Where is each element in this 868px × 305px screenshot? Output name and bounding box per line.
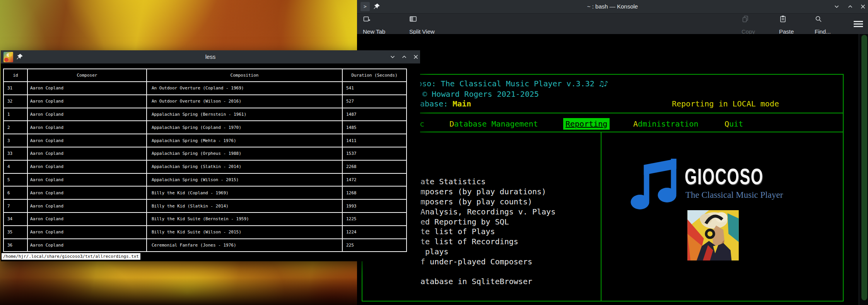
- new-tab-icon: [363, 15, 371, 23]
- cell-duration: 1993: [342, 199, 407, 212]
- less-titlebar[interactable]: less: [1, 50, 420, 63]
- table-row: 31 Aaron Copland An Outdoor Overture (Co…: [3, 82, 407, 95]
- cell-duration: 1537: [342, 147, 407, 160]
- less-status-bar: /home/hjr/.local/share/giocoso3/txt/allr…: [1, 253, 420, 261]
- giocoso-copyright-line: © Howard Rogers 2021-2025: [422, 89, 539, 99]
- close-icon[interactable]: [859, 3, 866, 10]
- paste-button[interactable]: Paste: [779, 14, 794, 34]
- cell-composition: Appalachian Spring (Wilson - 2015): [147, 173, 342, 187]
- cell-id: 4: [3, 160, 27, 173]
- cell-id: 31: [3, 82, 27, 95]
- recordings-table: id Composer Composition Duration (Second…: [3, 69, 407, 252]
- reporting-menu-line: f under-played Composers: [420, 257, 555, 267]
- reporting-menu-line: mposers (by play counts): [420, 197, 555, 207]
- cell-duration: 1225: [342, 212, 407, 226]
- hamburger-menu-icon[interactable]: [853, 20, 863, 28]
- reporting-menu-line: plays: [420, 247, 555, 257]
- konsole-window: > ~ : bash — Konsole New: [357, 0, 868, 305]
- table-header-row: id Composer Composition Duration (Second…: [3, 69, 407, 82]
- cell-duration: 1487: [342, 108, 407, 121]
- reporting-menu-line: [420, 267, 555, 277]
- cell-composer: Aaron Copland: [27, 108, 147, 121]
- konsole-titlebar[interactable]: > ~ : bash — Konsole: [357, 0, 868, 14]
- cell-composition: Billy the Kid Suite (Bernstein - 1959): [147, 212, 342, 226]
- cell-composer: Aaron Copland: [27, 199, 147, 212]
- terminal-viewport[interactable]: ♫♪ Giocoso: The Classical Music Player v…: [357, 34, 859, 305]
- table-row: 36 Aaron Copland Ceremonial Fanfare (Jon…: [3, 239, 407, 252]
- table-row: 3 Aaron Copland Appalachian Spring (Meht…: [3, 134, 407, 147]
- cell-composition: Ceremonial Fanfare (Jones - 1976): [147, 239, 342, 252]
- database-value: Main: [453, 99, 471, 108]
- column-header-composition: Composition: [147, 69, 342, 82]
- maximize-icon[interactable]: [401, 53, 408, 60]
- reporting-menu-line: te list of Recordings: [420, 237, 555, 247]
- table-row: 2 Aaron Copland Appalachian Spring (Copl…: [3, 121, 407, 134]
- table-row: 7 Aaron Copland Billy the Kid (Slatkin -…: [3, 199, 407, 212]
- frame-separator: [362, 113, 844, 113]
- beethoven-popart-image: [687, 210, 739, 260]
- cell-composer: Aaron Copland: [27, 173, 147, 187]
- cell-duration: 527: [342, 95, 407, 108]
- close-icon[interactable]: [412, 53, 419, 60]
- cell-composition: Appalachian Spring (Orpheus - 1988): [147, 147, 342, 160]
- cell-composition: Appalachian Spring (Copland - 1970): [147, 121, 342, 134]
- split-view-button[interactable]: Split View: [409, 14, 435, 34]
- giocoso-tagline: The Classical Music Player: [685, 190, 783, 200]
- database-label: abase:: [420, 99, 448, 108]
- giocoso-wordmark: GIOCOSO: [685, 163, 764, 189]
- menu-item-administration[interactable]: Administration: [633, 119, 699, 129]
- find-button[interactable]: Find...: [815, 14, 831, 34]
- cell-composer: Aaron Copland: [27, 160, 147, 173]
- minimize-icon[interactable]: [833, 3, 840, 10]
- cell-id: 5: [3, 173, 27, 187]
- menu-item-play-music[interactable]: c: [420, 119, 424, 129]
- maximize-icon[interactable]: [847, 3, 854, 10]
- cell-composer: Aaron Copland: [27, 186, 147, 199]
- cell-duration: 2268: [342, 160, 407, 173]
- search-icon: [815, 15, 822, 23]
- cell-id: 2: [3, 121, 27, 134]
- reporting-menu-list: ate Statisticsmposers (by play durations…: [420, 147, 555, 287]
- menu-item-reporting-selected[interactable]: Reporting: [563, 118, 610, 130]
- menu-item-quit[interactable]: Quit: [724, 119, 743, 129]
- table-row: 6 Aaron Copland Billy the Kid (Copland -…: [3, 186, 407, 199]
- reporting-menu-line: mposers (by play durations): [420, 187, 555, 197]
- cell-composition: Appalachian Spring (Mehta - 1976): [147, 134, 342, 147]
- reporting-menu-line: te list of Plays: [420, 227, 555, 237]
- cell-id: 6: [3, 186, 27, 199]
- cell-id: 34: [3, 212, 27, 226]
- cell-composition: Billy the Kid (Slatkin - 2014): [147, 199, 342, 212]
- split-view-icon: [409, 15, 417, 23]
- paste-icon: [779, 15, 787, 23]
- minimize-icon[interactable]: [389, 53, 396, 60]
- cell-duration: 225: [342, 239, 407, 252]
- table-row: 5 Aaron Copland Appalachian Spring (Wils…: [3, 173, 407, 187]
- recordings-table-container: id Composer Composition Duration (Second…: [3, 69, 408, 254]
- copy-icon: [742, 15, 749, 23]
- terminal-scrollbar-handle[interactable]: [861, 35, 867, 300]
- cell-composer: Aaron Copland: [27, 134, 147, 147]
- konsole-toolbar: New Tab Split View Copy: [357, 14, 868, 34]
- cell-composition: Billy the Kid Suite (Wilson - 2015): [147, 226, 342, 239]
- cell-duration: 541: [342, 82, 407, 95]
- cell-composer: Aaron Copland: [27, 226, 147, 239]
- cell-composition: Appalachian Spring (Bernstein - 1961): [147, 108, 342, 121]
- cell-composer: Aaron Copland: [27, 147, 147, 160]
- cell-composition: An Outdoor Overture (Wilson - 2016): [147, 95, 342, 108]
- menu-item-database-management[interactable]: Database Management: [449, 119, 538, 129]
- cell-id: 3: [3, 134, 27, 147]
- frame-separator: [362, 132, 844, 132]
- column-header-id: id: [3, 69, 27, 82]
- cell-composition: Billy the Kid (Copland - 1969): [147, 186, 342, 199]
- less-file-path: /home/hjr/.local/share/giocoso3/txt/allr…: [2, 253, 140, 260]
- table-row: 4 Aaron Copland Appalachian Spring (Slat…: [3, 160, 407, 173]
- cell-composition: An Outdoor Overture (Copland - 1969): [147, 82, 342, 95]
- copy-button[interactable]: Copy: [742, 14, 755, 34]
- new-tab-button[interactable]: New Tab: [363, 14, 385, 34]
- table-row: 33 Aaron Copland Appalachian Spring (Orp…: [3, 147, 407, 160]
- table-row: 1 Aaron Copland Appalachian Spring (Bern…: [3, 108, 407, 121]
- column-header-composer: Composer: [27, 69, 147, 82]
- cell-id: 36: [3, 239, 27, 252]
- mode-status-text: Reporting in LOCAL mode: [672, 99, 779, 108]
- cell-composer: Aaron Copland: [27, 239, 147, 252]
